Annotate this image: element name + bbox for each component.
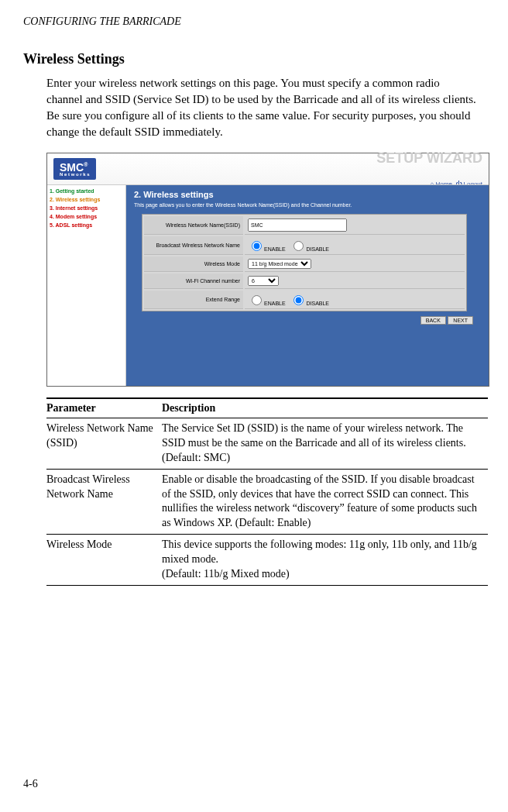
desc-cell: This device supports the following modes… [162, 535, 488, 586]
th-description: Description [162, 398, 488, 418]
parameter-table: Parameter Description Wireless Network N… [46, 397, 488, 586]
wizard-nav: 1. Getting started 2. Wireless settings … [47, 185, 126, 386]
broadcast-label: Broadcast Wireless Network Name [144, 236, 243, 255]
channel-label: Wi-Fi Channel number [144, 274, 243, 289]
disable-text: DISABLE [306, 246, 329, 252]
disable-text-2: DISABLE [306, 301, 329, 306]
mode-label: Wireless Mode [144, 256, 243, 272]
nav-step-5[interactable]: 5. ADSL settings [50, 222, 123, 228]
smc-logo: SMC® N e t w o r k s [53, 158, 96, 180]
table-row: Broadcast Wireless Network Name Enable o… [46, 469, 488, 535]
ssid-label: Wireless Network Name(SSID) [144, 216, 243, 235]
param-cell: Broadcast Wireless Network Name [46, 469, 162, 535]
page-number: 4-6 [23, 778, 38, 790]
section-intro: Enter your wireless network settings on … [46, 75, 477, 140]
extend-disable-radio[interactable] [293, 295, 304, 305]
channel-select[interactable]: 6 [248, 276, 279, 286]
enable-text: ENABLE [264, 246, 286, 252]
settings-form: Wireless Network Name(SSID) Broadcast Wi… [142, 214, 467, 311]
next-button[interactable]: NEXT [448, 316, 473, 325]
panel-desc: This page allows you to enter the Wirele… [134, 202, 481, 208]
nav-step-1[interactable]: 1. Getting started [50, 188, 123, 194]
nav-step-2[interactable]: 2. Wireless settings [50, 197, 123, 202]
param-cell: Wireless Mode [46, 535, 162, 586]
table-row: Wireless Mode This device supports the f… [46, 535, 488, 586]
table-row: Wireless Network Name (SSID) The Service… [46, 418, 488, 470]
setup-wizard-label: SETUP WIZARD [376, 150, 482, 167]
enable-text-2: ENABLE [264, 301, 286, 306]
back-button[interactable]: BACK [420, 316, 446, 325]
mode-select[interactable]: 11 b/g Mixed mode [248, 259, 311, 269]
logo-subtext: N e t w o r k s [60, 172, 90, 177]
nav-step-3[interactable]: 3. Internet settings [50, 205, 123, 211]
param-cell: Wireless Network Name (SSID) [46, 418, 162, 470]
running-header: CONFIGURING THE BARRICADE [23, 15, 477, 28]
broadcast-enable-radio[interactable] [252, 241, 262, 251]
desc-cell: The Service Set ID (SSID) is the name of… [162, 418, 488, 470]
ssid-input[interactable] [248, 218, 347, 232]
nav-step-4[interactable]: 4. Modem settings [50, 214, 123, 219]
section-title: Wireless Settings [23, 51, 477, 67]
panel-title: 2. Wireless settings [134, 190, 481, 199]
broadcast-disable-radio[interactable] [293, 241, 304, 251]
router-screenshot: SMC® N e t w o r k s SETUP WIZARD ⌂ Home… [46, 153, 489, 387]
desc-cell: Enable or disable the broadcasting of th… [162, 469, 488, 535]
extend-enable-radio[interactable] [252, 295, 262, 305]
th-parameter: Parameter [46, 398, 162, 418]
extend-label: Extend Range [144, 291, 243, 309]
